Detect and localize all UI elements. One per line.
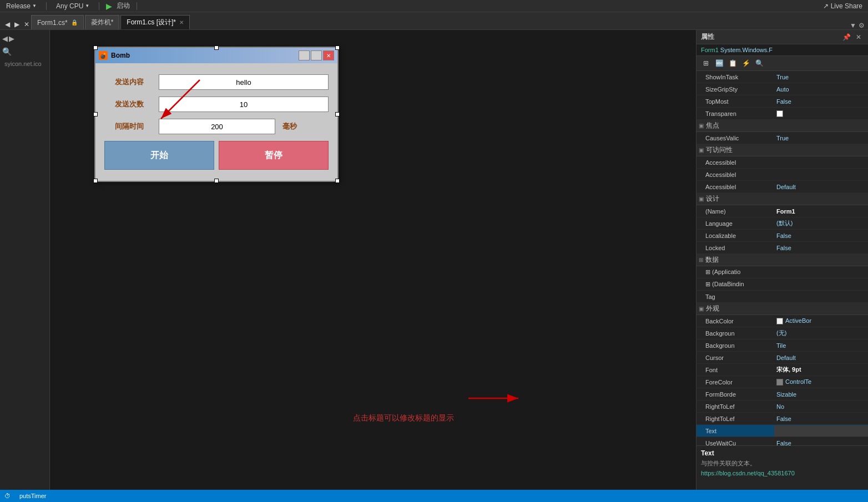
prop-access3-name: AccessibleI: [697, 184, 774, 190]
prop-events-icon[interactable]: ⚡: [740, 58, 752, 69]
start-button[interactable]: 开始: [104, 141, 214, 170]
prop-row-bgimage[interactable]: Backgroun (无): [697, 327, 868, 339]
times-input[interactable]: 10: [159, 97, 329, 112]
panel-title: 属性: [701, 32, 714, 42]
panel-close-icon[interactable]: ✕: [854, 32, 864, 42]
prop-row-access2[interactable]: AccessibleI: [697, 169, 868, 181]
back-icon[interactable]: ◀: [2, 34, 8, 43]
prop-tag-name: Tag: [697, 293, 774, 300]
prop-row-righttolef2[interactable]: RightToLef False: [697, 413, 868, 425]
prop-righttolef1-value: No: [774, 403, 868, 410]
content-label: 发送内容: [104, 74, 154, 90]
prop-row-causesvalid[interactable]: CausesValic True: [697, 132, 868, 144]
play-icon[interactable]: ▶: [106, 2, 112, 11]
handle-br[interactable]: [335, 179, 340, 183]
prop-usewait-name: UseWaitCu: [697, 440, 774, 446]
section-data[interactable]: ⊞ 数据: [697, 254, 868, 266]
prop-row-transparent[interactable]: Transparen: [697, 108, 868, 120]
prop-row-formborder[interactable]: FormBorde Sizable: [697, 388, 868, 400]
handle-mr[interactable]: [335, 112, 340, 116]
prop-row-locked[interactable]: Locked False: [697, 242, 868, 254]
cpu-dropdown[interactable]: Any CPU ▼: [53, 1, 92, 11]
prop-row-tag[interactable]: Tag: [697, 291, 868, 303]
prop-row-forecolor[interactable]: ForeColor ControlTe: [697, 376, 868, 388]
prop-props-icon[interactable]: 📋: [726, 58, 739, 69]
form-buttons: 开始 暂停: [104, 141, 329, 170]
object-selector[interactable]: Form1 System.Windows.F: [697, 44, 868, 56]
interval-input[interactable]: 200: [159, 119, 275, 134]
prop-language-value: (默认): [774, 219, 868, 227]
handle-tr[interactable]: [335, 45, 340, 50]
prop-search-icon[interactable]: 🔍: [753, 58, 765, 69]
search-icon[interactable]: 🔍: [2, 47, 12, 56]
tab-form1-design-label: Form1.cs [设计]*: [127, 18, 176, 27]
prop-showin-name: ShowInTask: [697, 74, 774, 80]
handle-bl[interactable]: [93, 179, 98, 183]
prop-category-icon[interactable]: ⊞: [700, 58, 712, 69]
left-sidebar-item[interactable]: syicon.net.ico: [0, 58, 49, 69]
section-focus[interactable]: ▣ 焦点: [697, 120, 868, 132]
prop-appbind-name: ⊞ (Applicatio: [697, 268, 774, 276]
maximize-button[interactable]: □: [311, 50, 322, 60]
form-title-text: Bomb: [111, 52, 130, 59]
tab-nav-left-icon[interactable]: ◀: [3, 19, 12, 29]
tab-dropdown-icon[interactable]: ▼: [850, 22, 856, 29]
close-button[interactable]: ✕: [323, 50, 334, 60]
prop-row-text[interactable]: Text: [697, 425, 868, 437]
prop-localizable-value: False: [774, 232, 868, 239]
prop-row-access1[interactable]: AccessibleI: [697, 156, 868, 169]
liveshare-label: Live Share: [831, 2, 862, 10]
prop-forecolor-name: ForeColor: [697, 379, 774, 386]
handle-ml[interactable]: [93, 112, 98, 116]
release-label: Release: [6, 2, 31, 10]
tab-blaster[interactable]: 菱炸机*: [85, 15, 120, 29]
prop-row-showin[interactable]: ShowInTask True: [697, 71, 868, 83]
tab-form1cs[interactable]: Form1.cs* 🔒: [31, 15, 84, 29]
prop-row-language[interactable]: Language (默认): [697, 217, 868, 230]
prop-row-bglayout[interactable]: Backgroun Tile: [697, 339, 868, 352]
prop-row-appbind[interactable]: ⊞ (Applicatio: [697, 266, 868, 278]
panel-pin-icon[interactable]: 📌: [841, 32, 851, 42]
form-title-bar[interactable]: 💣 Bomb _ □ ✕: [95, 48, 337, 63]
prop-row-sizegrip[interactable]: SizeGripSty Auto: [697, 83, 868, 95]
prop-row-topmost[interactable]: TopMost False: [697, 95, 868, 108]
handle-tm[interactable]: [214, 45, 219, 50]
panel-header: 属性 📌 ✕: [697, 30, 868, 44]
prop-row-localizable[interactable]: Localizable False: [697, 230, 868, 242]
handle-tl[interactable]: [93, 45, 98, 50]
object-name: Form1: [701, 47, 719, 53]
tab-close-icon[interactable]: ✕: [22, 19, 31, 29]
prop-row-usewait[interactable]: UseWaitCu False: [697, 437, 868, 445]
prop-row-backcolor[interactable]: BackColor ActiveBor: [697, 315, 868, 327]
prop-font-name: Font: [697, 367, 774, 373]
prop-text-input[interactable]: [774, 425, 868, 437]
properties-panel: 属性 📌 ✕ Form1 System.Windows.F ⊞ 🔤 📋 ⚡ 🔍 …: [696, 30, 868, 490]
section-design[interactable]: ▣ 设计: [697, 193, 868, 205]
form-icon: 💣: [99, 51, 108, 60]
prop-row-font[interactable]: Font 宋体, 9pt: [697, 364, 868, 376]
minimize-button[interactable]: _: [299, 50, 310, 60]
liveshare-button[interactable]: ↗ Live Share: [821, 2, 865, 11]
handle-bm[interactable]: [214, 179, 219, 183]
prop-row-cursor[interactable]: Cursor Default: [697, 352, 868, 364]
tab-form1cs-close-icon[interactable]: 🔒: [71, 19, 78, 26]
prop-row-righttolef1[interactable]: RightToLef No: [697, 400, 868, 413]
section-appearance[interactable]: ▣ 外观: [697, 303, 868, 315]
prop-row-name[interactable]: (Name) Form1: [697, 205, 868, 217]
form-window[interactable]: 💣 Bomb _ □ ✕ 发送内容 hello: [94, 47, 339, 182]
prop-desc-link[interactable]: https://blog.csdn.net/qq_43581670: [701, 470, 864, 476]
tab-form1-design[interactable]: Form1.cs [设计]* ✕: [120, 15, 190, 29]
tab-nav-right-icon[interactable]: ▶: [13, 19, 21, 29]
prop-alpha-icon[interactable]: 🔤: [713, 58, 725, 69]
pause-button[interactable]: 暂停: [219, 141, 329, 170]
prop-row-databind[interactable]: ⊞ (DataBindin: [697, 278, 868, 291]
tab-settings-icon[interactable]: ⚙: [859, 22, 865, 29]
content-input[interactable]: hello: [159, 74, 329, 90]
prop-row-access3[interactable]: AccessibleI Default: [697, 181, 868, 193]
tab-form1-design-close-icon[interactable]: ✕: [179, 19, 184, 26]
forward-icon[interactable]: ▶: [9, 34, 14, 43]
prop-toolbar: ⊞ 🔤 📋 ⚡ 🔍: [697, 56, 868, 71]
center-canvas[interactable]: 💣 Bomb _ □ ✕ 发送内容 hello: [50, 30, 696, 490]
section-accessibility[interactable]: ▣ 可访问性: [697, 144, 868, 156]
release-dropdown[interactable]: Release ▼: [3, 1, 39, 11]
